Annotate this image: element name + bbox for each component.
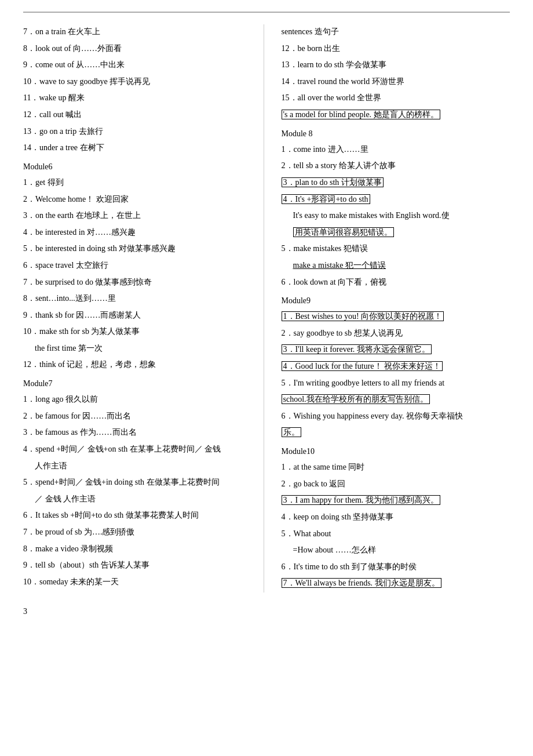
list-item: 7．be proud of sb 为….感到骄傲 xyxy=(23,525,252,540)
list-item: 9．tell sb（about）sth 告诉某人某事 xyxy=(23,558,252,573)
list-item: 2．be famous for 因……而出名 xyxy=(23,409,252,424)
list-item: 乐。 xyxy=(282,425,510,441)
list-item: 11．wake up 醒来 xyxy=(23,90,252,106)
list-item: 9．thank sb for 因……而感谢某人 xyxy=(23,308,252,324)
list-item: 6．Wishing you happiness every day. 祝你每天幸… xyxy=(282,409,510,424)
list-item: 3．I'll keep it forever. 我将永远会保留它。 xyxy=(282,342,510,358)
right-column: sentences 造句子12．be born 出生13．learn to do… xyxy=(264,24,510,593)
page-number: 3 xyxy=(23,604,510,619)
list-item: 3．on the earth 在地球上，在世上 xyxy=(23,208,252,224)
list-item: 5．make mistakes 犯错误 xyxy=(282,241,510,257)
list-item: 's a model for blind people. 她是盲人的榜样。 xyxy=(282,107,510,123)
list-item: 1．get 得到 xyxy=(23,175,252,191)
list-item: 1．Best wishes to you! 向你致以美好的祝愿！ xyxy=(282,309,510,325)
list-item: 7．be surprised to do 做某事感到惊奇 xyxy=(23,275,252,290)
list-item: 10．make sth for sb 为某人做某事 xyxy=(23,324,252,340)
list-item: ／ 金钱 人作主语 xyxy=(35,492,252,507)
list-item: 2．go back to 返回 xyxy=(282,477,510,492)
list-item: 5．be interested in doing sth 对做某事感兴趣 xyxy=(23,241,252,257)
list-item: 3．I am happy for them. 我为他们感到高兴。 xyxy=(282,493,510,508)
list-item: 4．spend +时间／ 金钱+on sth 在某事上花费时间／ 金钱 xyxy=(23,442,252,457)
list-item: 4．Good luck for the future！ 祝你未来好运！ xyxy=(282,359,510,375)
list-item: 10．someday 未来的某一天 xyxy=(23,575,252,590)
list-item: 15．all over the world 全世界 xyxy=(282,90,510,106)
list-item: make a mistake 犯一个错误 xyxy=(293,258,510,274)
module-title: Module10 xyxy=(282,444,510,459)
list-item: =How about ……怎么样 xyxy=(293,543,510,558)
module-title: Module9 xyxy=(282,293,510,308)
list-item: 12．be born 出生 xyxy=(282,41,510,57)
list-item: 7．on a train 在火车上 xyxy=(23,24,252,40)
list-item: 1．come into 进入……里 xyxy=(282,142,510,158)
list-item: 3．plan to do sth 计划做某事 xyxy=(282,175,510,191)
list-item: 3．be famous as 作为……而出名 xyxy=(23,425,252,441)
list-item: 9．come out of 从……中出来 xyxy=(23,57,252,73)
list-item: 2．tell sb a story 给某人讲个故事 xyxy=(282,158,510,174)
list-item: 10．wave to say goodbye 挥手说再见 xyxy=(23,74,252,90)
list-item: 用英语单词很容易犯错误。 xyxy=(293,225,510,241)
list-item: 5．What about xyxy=(282,526,510,542)
module-title: Module6 xyxy=(23,159,252,174)
list-item: 6．look down at 向下看，俯视 xyxy=(282,275,510,290)
list-item: 7．We'll always be friends. 我们永远是朋友。 xyxy=(282,576,510,591)
list-item: 12．call out 喊出 xyxy=(23,107,252,123)
list-item: 8．make a video 录制视频 xyxy=(23,541,252,557)
list-item: 1．long ago 很久以前 xyxy=(23,392,252,408)
list-item: 8．look out of 向……外面看 xyxy=(23,41,252,57)
list-item: 2．Welcome home！ 欢迎回家 xyxy=(23,192,252,208)
left-column: 7．on a train 在火车上8．look out of 向……外面看9．c… xyxy=(23,24,264,593)
list-item: 13．go on a trip 去旅行 xyxy=(23,124,252,140)
main-content: 7．on a train 在火车上8．look out of 向……外面看9．c… xyxy=(23,24,510,593)
list-item: 1．at the same time 同时 xyxy=(282,460,510,475)
list-item: 14．under a tree 在树下 xyxy=(23,140,252,156)
list-item: sentences 造句子 xyxy=(282,24,510,40)
list-item: school.我在给学校所有的朋友写告别信。 xyxy=(282,392,510,408)
list-item: 4．It's +形容词+to do sth xyxy=(282,192,510,208)
list-item: 6．space travel 太空旅行 xyxy=(23,258,252,274)
top-divider xyxy=(23,12,510,13)
list-item: 4．be interested in 对……感兴趣 xyxy=(23,225,252,241)
list-item: the first time 第一次 xyxy=(35,341,252,357)
module-title: Module7 xyxy=(23,376,252,391)
list-item: 8．sent…into...送到……里 xyxy=(23,291,252,307)
list-item: 5．spend+时间／ 金钱+in doing sth 在做某事上花费时间 xyxy=(23,475,252,490)
list-item: 13．learn to do sth 学会做某事 xyxy=(282,57,510,73)
list-item: 12．think of 记起，想起，考虑，想象 xyxy=(23,357,252,373)
list-item: 6．It's time to do sth 到了做某事的时侯 xyxy=(282,559,510,575)
list-item: 6．It takes sb +时间+to do sth 做某事花费某人时间 xyxy=(23,508,252,524)
list-item: 2．say goodbye to sb 想某人说再见 xyxy=(282,326,510,341)
list-item: 人作主语 xyxy=(35,459,252,474)
list-item: 4．keep on doing sth 坚持做某事 xyxy=(282,510,510,525)
list-item: 5．I'm writing goodbye letters to all my … xyxy=(282,376,510,391)
list-item: 14．travel round the world 环游世界 xyxy=(282,74,510,90)
module-title: Module 8 xyxy=(282,126,510,141)
list-item: It's easy to make mistakes with English … xyxy=(293,208,510,224)
